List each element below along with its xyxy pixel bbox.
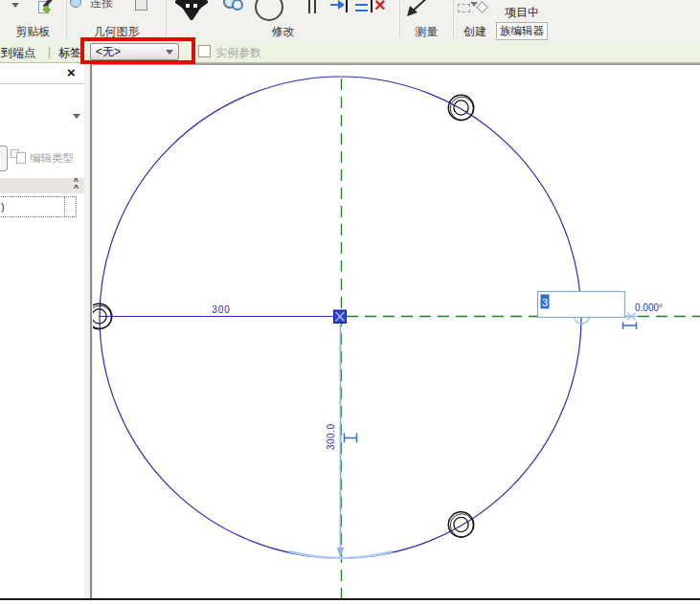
- close-icon[interactable]: ×: [67, 65, 76, 79]
- circle-tool-icon[interactable]: [255, 0, 283, 21]
- match-properties-icon[interactable]: [38, 0, 57, 17]
- workplane-icon[interactable]: [476, 1, 488, 13]
- hole-symbol-bottom[interactable]: [448, 512, 473, 537]
- tag-label: 标签: [58, 45, 81, 61]
- chain-endpoint-label: 到端点: [1, 45, 35, 61]
- join-icon[interactable]: [70, 0, 81, 8]
- align-icon[interactable]: [306, 0, 320, 13]
- parameter-row[interactable]: ): [0, 196, 77, 217]
- panel-label-modify: 修改: [167, 25, 399, 38]
- split-circles-icon[interactable]: [223, 0, 248, 14]
- drawing-canvas[interactable]: 300 300.0 3 0.000°: [93, 63, 700, 598]
- inplace-edit-box[interactable]: [538, 292, 625, 318]
- sketch-view[interactable]: 300 300.0 3 0.000°: [93, 65, 700, 598]
- dimension-value-horizontal[interactable]: 300: [212, 304, 231, 315]
- in-project-label[interactable]: 项目中: [496, 5, 548, 21]
- ribbon: 连接 × 剪贴板 几何图形 修改 测量 创建: [0, 0, 700, 40]
- options-separator: |: [48, 45, 51, 58]
- measure-icon[interactable]: [406, 0, 431, 17]
- edit-box-value[interactable]: 3: [542, 297, 548, 308]
- dimension-value-vertical[interactable]: 300.0: [326, 423, 336, 450]
- panel-label-create: 创建: [454, 25, 496, 38]
- offset-icon[interactable]: [329, 0, 350, 13]
- collapse-chevrons-icon[interactable]: ^^: [74, 178, 79, 191]
- palette-divider: [0, 83, 84, 84]
- angle-value[interactable]: 0.000°: [635, 302, 663, 313]
- hole-symbol-top-right[interactable]: [448, 95, 473, 120]
- chevron-down-icon[interactable]: [11, 3, 19, 8]
- delete-icon[interactable]: ×: [374, 0, 386, 16]
- tab-family-editor[interactable]: 族编辑器: [496, 22, 548, 40]
- snap-star-icon: [626, 313, 638, 321]
- parameter-row-divider: [64, 197, 65, 216]
- pick-icon[interactable]: [135, 0, 147, 11]
- panel-label-measure: 测量: [400, 25, 453, 38]
- edit-type-button[interactable]: 编辑类型: [30, 151, 74, 166]
- angle-dimension-grip[interactable]: [623, 323, 637, 330]
- panel-label-clipboard: 剪贴板: [0, 25, 66, 38]
- move-icon[interactable]: [175, 0, 208, 20]
- instance-parameter-checkbox[interactable]: [198, 45, 211, 57]
- dimension-grip[interactable]: [345, 434, 357, 443]
- load-into-project-button[interactable]: 项目中 族编辑器: [496, 0, 548, 40]
- partial-button[interactable]: [0, 145, 8, 171]
- edit-type-icon[interactable]: [11, 149, 27, 167]
- panel-label-geometry: 几何图形: [67, 25, 166, 38]
- parameter-row-value: ): [1, 201, 5, 213]
- create-rect-icon[interactable]: [458, 4, 470, 12]
- center-node[interactable]: [334, 310, 347, 324]
- instance-parameter-label: 实例参数: [215, 45, 261, 61]
- palette-canvas-divider[interactable]: [84, 63, 93, 598]
- options-bar: 到端点 | 标签 <无> 实例参数: [0, 40, 700, 63]
- view-bottom-border: [0, 598, 700, 600]
- array-icon[interactable]: [354, 0, 375, 13]
- properties-palette: × 编辑类型 ^^ ): [0, 63, 84, 598]
- type-selector-chevron-down-icon[interactable]: [73, 114, 80, 119]
- dimension-arrowhead: [337, 548, 345, 557]
- red-highlight-box: [80, 37, 195, 64]
- join-tool-label[interactable]: 连接: [90, 0, 113, 11]
- collapse-bar[interactable]: ^^: [0, 178, 84, 193]
